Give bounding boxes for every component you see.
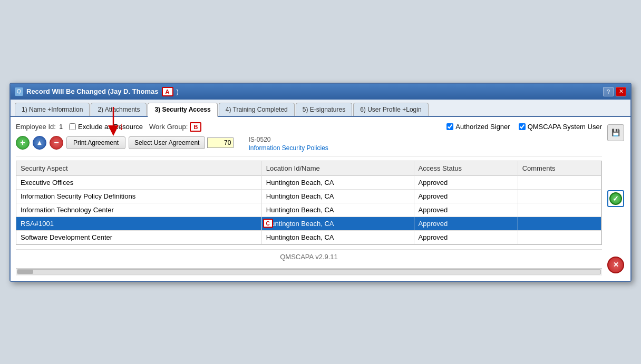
save-icon: 💾 xyxy=(611,129,620,136)
add-security-aspect-button[interactable]: + xyxy=(16,136,30,150)
cell-aspect: Information Technology Center xyxy=(16,203,261,217)
print-agreement-button[interactable]: Print Agreement xyxy=(66,136,125,149)
work-group-label: Work Group: xyxy=(149,123,188,131)
cell-aspect: Information Security Policy Definitions xyxy=(16,189,261,203)
col-access-status: Access Status xyxy=(414,161,518,176)
tab-bar: 1) Name +Information 2) Attachments 3) S… xyxy=(11,100,630,117)
authorized-signer-label: Authorized Signer xyxy=(455,123,510,131)
tab-esignatures[interactable]: 5) E-signatures xyxy=(296,103,352,116)
qms-user-checkbox[interactable] xyxy=(519,123,526,130)
select-agreement-area: Select User Agreement xyxy=(129,136,234,149)
main-area: Employee Id: 1 Exclude as Resource Work … xyxy=(16,122,602,276)
cell-aspect: RSA#1001 C xyxy=(16,217,261,230)
cell-location: Huntington Beach, CA xyxy=(261,230,414,244)
scrollbar-track xyxy=(17,269,601,274)
cell-comments xyxy=(518,175,601,189)
exclude-resource-checkbox[interactable] xyxy=(69,123,76,130)
work-group-group: Work Group: B xyxy=(149,122,201,132)
tab-attachments[interactable]: 2) Attachments xyxy=(91,103,147,116)
cell-aspect: Executive Offices xyxy=(16,175,261,189)
title-suffix: ) xyxy=(177,87,179,95)
col-security-aspect: Security Aspect xyxy=(16,161,261,176)
cell-comments xyxy=(518,230,601,244)
authorized-signer-checkbox[interactable] xyxy=(446,123,453,130)
cell-comments xyxy=(518,217,601,230)
tab-security-access[interactable]: 3) Security Access xyxy=(148,103,217,117)
titlebar: Q Record Will Be Changed (Jay D. Thomas … xyxy=(11,84,630,100)
app-icon: Q xyxy=(15,87,23,96)
info-area: IS-0520 Information Security Policies xyxy=(248,136,328,152)
authorized-signer-group: Authorized Signer xyxy=(446,123,510,131)
exclude-resource-group: Exclude as Resource xyxy=(69,123,143,131)
select-agreement-button[interactable]: Select User Agreement xyxy=(129,136,205,149)
badge-c: C xyxy=(263,219,273,228)
navigate-up-button[interactable]: ▲ xyxy=(33,136,46,150)
side-panel: 💾 ✓ ✕ xyxy=(606,122,625,276)
table-row[interactable]: Software Development Center Huntington B… xyxy=(16,230,601,244)
btn-row-left: + ▲ − Print Agreement Select User Agreem… xyxy=(16,136,234,150)
security-aspects-table-container: Security Aspect Location Id/Name Access … xyxy=(16,161,602,245)
cell-location: Huntington Beach, CA xyxy=(261,217,414,230)
cell-status: Approved xyxy=(414,230,518,244)
scrollbar-thumb[interactable] xyxy=(17,270,33,274)
signer-area: Authorized Signer QMSCAPA System User xyxy=(446,123,602,131)
info-code: IS-0520 xyxy=(248,136,328,143)
check-icon: ✓ xyxy=(609,192,622,205)
remove-button[interactable]: − xyxy=(50,136,63,150)
cell-status: Approved xyxy=(414,217,518,230)
footer: QMSCAPA v2.9.11 xyxy=(16,249,602,264)
security-aspects-table: Security Aspect Location Id/Name Access … xyxy=(16,161,601,244)
version-label: QMSCAPA v2.9.11 xyxy=(280,253,338,261)
info-link[interactable]: Information Security Policies xyxy=(248,144,328,152)
help-button[interactable]: ? xyxy=(603,87,614,96)
table-row-selected[interactable]: RSA#1001 C Huntington Beach, CA Approved xyxy=(16,217,601,230)
tab-user-profile[interactable]: 6) User Profile +Login xyxy=(353,103,428,116)
ok-button[interactable]: ✓ xyxy=(607,190,624,207)
save-button[interactable]: 💾 xyxy=(607,124,624,141)
badge-a: A xyxy=(162,87,173,96)
toolbar-row: Employee Id: 1 Exclude as Resource Work … xyxy=(16,122,602,132)
cell-comments xyxy=(518,189,601,203)
tab-training-completed[interactable]: 4) Training Completed xyxy=(219,103,295,116)
cell-location: Huntington Beach, CA xyxy=(261,189,414,203)
tab-name-information[interactable]: 1) Name +Information xyxy=(15,103,90,116)
cell-aspect: Software Development Center xyxy=(16,230,261,244)
content-area: Employee Id: 1 Exclude as Resource Work … xyxy=(11,117,630,281)
employee-id-label: Employee Id: xyxy=(16,123,56,131)
window-title: Record Will Be Changed (Jay D. Thomas xyxy=(26,87,159,95)
table-row[interactable]: Information Technology Center Huntington… xyxy=(16,203,601,217)
table-row[interactable]: Information Security Policy Definitions … xyxy=(16,189,601,203)
table-header-row: Security Aspect Location Id/Name Access … xyxy=(16,161,601,176)
badge-b: B xyxy=(190,122,201,132)
table-row[interactable]: Executive Offices Huntington Beach, CA A… xyxy=(16,175,601,189)
qms-user-label: QMSCAPA System User xyxy=(528,123,602,131)
employee-id-group: Employee Id: 1 xyxy=(16,123,63,131)
cell-status: Approved xyxy=(414,175,518,189)
close-button[interactable]: ✕ xyxy=(616,87,626,96)
cell-location: Huntington Beach, CA xyxy=(261,175,414,189)
col-comments: Comments xyxy=(518,161,601,176)
col-location: Location Id/Name xyxy=(261,161,414,176)
exclude-resource-label: Exclude as Resource xyxy=(78,123,143,131)
agreement-value-input[interactable] xyxy=(207,137,234,148)
employee-id-value: 1 xyxy=(59,123,63,131)
horizontal-scrollbar[interactable] xyxy=(16,268,602,276)
cell-location: Huntington Beach, CA xyxy=(261,203,414,217)
main-window: Q Record Will Be Changed (Jay D. Thomas … xyxy=(9,83,632,282)
cancel-icon: ✕ xyxy=(613,261,619,269)
cell-status: Approved xyxy=(414,189,518,203)
cell-status: Approved xyxy=(414,203,518,217)
qms-user-group: QMSCAPA System User xyxy=(519,123,602,131)
cancel-button[interactable]: ✕ xyxy=(607,257,624,273)
cell-comments xyxy=(518,203,601,217)
